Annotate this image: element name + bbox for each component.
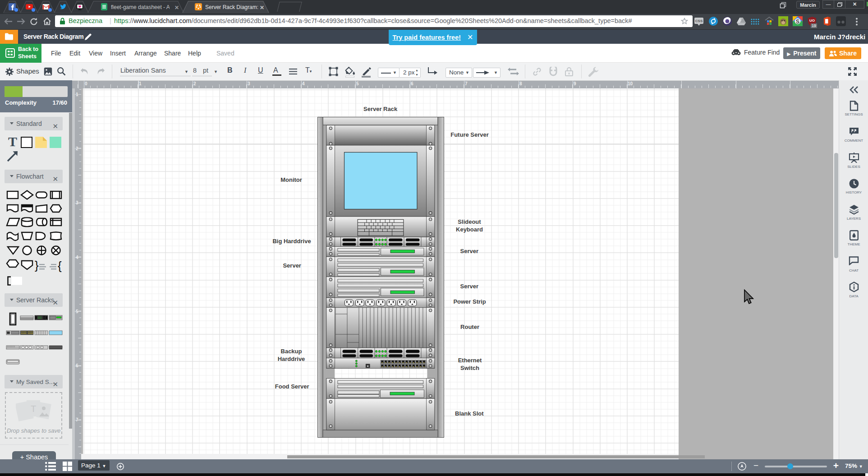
svg-text:UO: UO [809,18,815,23]
svg-text:}: } [35,259,39,272]
svg-text:{: { [58,259,62,273]
svg-text:CSS: CSS [695,19,703,23]
svg-text:19: 19 [812,23,816,28]
svg-text:S: S [796,18,799,25]
svg-text:T: T [31,404,36,414]
